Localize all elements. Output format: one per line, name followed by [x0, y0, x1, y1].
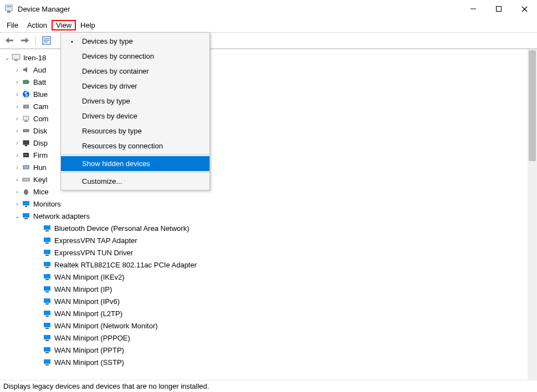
tree-item-network-adapter[interactable]: Realtek RTL8821CE 802.11ac PCIe Adapter	[3, 259, 537, 271]
menu-resources-by-connection[interactable]: Resources by connection	[61, 138, 209, 153]
properties-button[interactable]	[40, 34, 53, 47]
expand-icon[interactable]: ›	[13, 116, 21, 122]
expand-icon[interactable]: ›	[13, 104, 21, 110]
expand-icon[interactable]: ›	[13, 128, 21, 134]
tree-category-network-adapters[interactable]: ⌄ Network adapters	[3, 210, 537, 222]
expand-icon[interactable]: ›	[13, 67, 21, 73]
expand-icon[interactable]: ›	[13, 164, 21, 171]
network-adapter-icon	[42, 345, 52, 354]
menu-drivers-by-type[interactable]: Drivers by type	[61, 94, 209, 109]
tree-item-network-adapter[interactable]: ExpressVPN TUN Driver	[3, 246, 537, 259]
tree-item-network-adapter[interactable]: WAN Miniport (Network Monitor)	[3, 319, 537, 332]
tree-item-label: WAN Miniport (L2TP)	[54, 310, 122, 318]
svg-rect-46	[45, 291, 49, 292]
expand-icon[interactable]: ›	[13, 201, 21, 207]
menu-customize[interactable]: Customize...	[61, 174, 209, 189]
scrollbar-thumb[interactable]	[529, 50, 536, 161]
minimize-button[interactable]	[461, 0, 486, 18]
menu-item-label: Devices by container	[82, 67, 149, 75]
tree-item-network-adapter[interactable]: ExpressVPN TAP Adapter	[3, 234, 537, 246]
computer-icon	[11, 53, 21, 62]
network-adapter-icon	[42, 321, 52, 330]
svg-point-30	[24, 189, 28, 195]
svg-rect-2	[7, 6, 11, 7]
network-adapter-icon	[42, 248, 52, 257]
view-menu-dropdown: • Devices by type Devices by connection …	[60, 32, 210, 190]
menu-devices-by-container[interactable]: Devices by container	[61, 64, 209, 79]
tree-item-network-adapter[interactable]: WAN Miniport (PPPOE)	[3, 332, 537, 344]
tree-label: Monitors	[33, 200, 61, 208]
network-adapter-icon	[42, 260, 52, 269]
expand-icon[interactable]: ›	[13, 91, 21, 97]
close-button[interactable]	[512, 0, 537, 18]
back-button[interactable]	[3, 34, 16, 47]
menu-view[interactable]: View	[52, 20, 76, 30]
tree-label: Disp	[33, 139, 48, 147]
svg-rect-55	[44, 347, 50, 352]
forward-button[interactable]	[19, 34, 31, 47]
network-adapter-icon	[42, 309, 52, 318]
expand-icon[interactable]: ›	[13, 140, 21, 146]
expand-icon[interactable]: ›	[13, 189, 21, 195]
svg-rect-35	[44, 225, 50, 230]
vertical-scrollbar[interactable]	[528, 49, 537, 380]
menu-item-label: Devices by type	[82, 37, 133, 45]
tree-label: Network adapters	[33, 212, 90, 220]
expand-icon[interactable]: ›	[13, 152, 21, 158]
svg-rect-7	[9, 40, 13, 42]
network-adapter-icon	[42, 358, 52, 367]
tree-item-network-adapter[interactable]: WAN Miniport (SSTP)	[3, 356, 537, 368]
menu-show-hidden-devices[interactable]: Show hidden devices	[61, 156, 209, 171]
menu-drivers-by-device[interactable]: Drivers by device	[61, 109, 209, 123]
svg-rect-1	[7, 11, 11, 13]
svg-rect-41	[44, 262, 50, 266]
tree-label: Hun	[33, 163, 47, 172]
maximize-button[interactable]	[486, 0, 512, 18]
svg-rect-56	[45, 352, 49, 353]
menu-devices-by-driver[interactable]: Devices by driver	[61, 79, 209, 94]
svg-rect-24	[25, 145, 27, 146]
tree-label: Aud	[33, 66, 46, 74]
tree-item-network-adapter[interactable]: WAN Miniport (PPTP)	[3, 344, 537, 356]
svg-rect-22	[23, 130, 29, 132]
network-adapter-icon	[42, 272, 52, 281]
tree-item-label: WAN Miniport (Network Monitor)	[54, 322, 158, 330]
tree-item-network-adapter[interactable]: WAN Miniport (IPv6)	[3, 295, 537, 307]
svg-rect-37	[44, 238, 50, 242]
firmware-icon	[21, 151, 31, 159]
menu-devices-by-type[interactable]: • Devices by type	[61, 34, 209, 49]
collapse-icon[interactable]: ⌄	[13, 213, 21, 219]
menu-file[interactable]: File	[2, 20, 23, 30]
expand-icon[interactable]: ›	[13, 79, 21, 85]
tree-category-monitors[interactable]: › Monitors	[3, 198, 537, 210]
disk-icon	[21, 126, 31, 135]
svg-rect-44	[45, 279, 49, 280]
svg-rect-12	[44, 42, 48, 43]
network-adapter-icon	[42, 285, 52, 293]
svg-rect-10	[44, 38, 49, 39]
tree-item-label: ExpressVPN TUN Driver	[54, 249, 133, 257]
svg-rect-48	[45, 303, 49, 305]
tree-item-network-adapter[interactable]: Bluetooth Device (Personal Area Network)	[3, 222, 537, 234]
window-controls	[461, 0, 537, 18]
menu-help[interactable]: Help	[76, 20, 100, 30]
svg-rect-16	[28, 81, 29, 82]
tree-item-network-adapter[interactable]: WAN Miniport (L2TP)	[3, 307, 537, 319]
svg-rect-32	[25, 206, 27, 207]
menu-devices-by-connection[interactable]: Devices by connection	[61, 49, 209, 64]
tree-item-label: WAN Miniport (PPPOE)	[54, 334, 130, 342]
tree-item-network-adapter[interactable]: WAN Miniport (IKEv2)	[3, 271, 537, 283]
svg-rect-21	[24, 121, 28, 122]
svg-rect-28	[23, 166, 29, 169]
hid-icon	[21, 163, 31, 172]
menu-resources-by-type[interactable]: Resources by type	[61, 123, 209, 138]
menu-action[interactable]: Action	[23, 20, 52, 30]
collapse-icon[interactable]: ⌄	[3, 55, 11, 61]
svg-rect-34	[24, 218, 28, 219]
menu-item-label: Devices by connection	[82, 52, 154, 60]
tree-label: Batt	[33, 78, 46, 86]
svg-rect-43	[44, 274, 50, 278]
expand-icon[interactable]: ›	[13, 177, 21, 183]
tree-item-network-adapter[interactable]: WAN Miniport (IP)	[3, 283, 537, 295]
svg-rect-40	[45, 255, 49, 256]
